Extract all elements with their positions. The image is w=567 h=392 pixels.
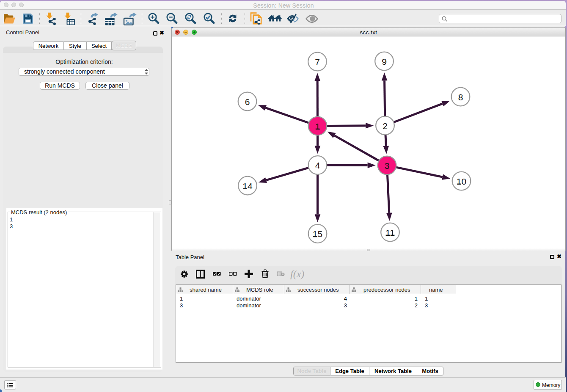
svg-text:11: 11 (385, 228, 395, 237)
svg-text:8: 8 (458, 92, 463, 102)
svg-text:1: 1 (315, 121, 320, 131)
svg-text:6: 6 (245, 97, 250, 107)
svg-text:7: 7 (315, 57, 320, 67)
svg-text:15: 15 (313, 229, 322, 239)
svg-text:2: 2 (383, 121, 388, 131)
svg-text:9: 9 (382, 57, 387, 66)
svg-text:14: 14 (242, 181, 253, 191)
svg-text:4: 4 (315, 160, 320, 170)
svg-text:3: 3 (385, 161, 390, 171)
svg-text:10: 10 (457, 177, 466, 186)
